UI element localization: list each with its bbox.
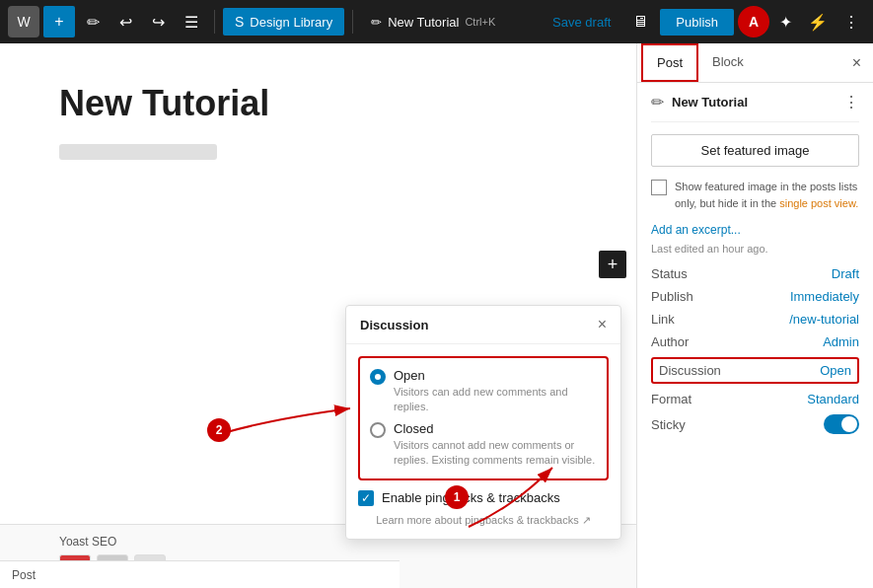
separator-1 <box>214 10 215 34</box>
last-edited: Last edited an hour ago. <box>651 243 859 255</box>
discussion-popup: Discussion × Open Visitors can add new c… <box>345 305 621 540</box>
sticky-label: Sticky <box>651 417 686 432</box>
open-radio[interactable] <box>370 369 386 385</box>
preview-button[interactable]: 🖥 <box>624 7 656 37</box>
plugin-button[interactable]: ⚡ <box>802 7 834 37</box>
design-library-label: Design Library <box>250 15 332 30</box>
ai-button[interactable]: ✦ <box>773 7 798 37</box>
format-value[interactable]: Standard <box>807 392 859 406</box>
editor-area: New Tutorial + Yoast SEO Discussion × <box>0 43 636 588</box>
save-draft-label: Save draft <box>552 15 611 30</box>
list-view-button[interactable]: ☰ <box>177 7 206 37</box>
pingbacks-row: ✓ Enable pingbacks & trackbacks <box>358 490 609 506</box>
learn-more-link[interactable]: Learn more about pingbacks & trackbacks … <box>358 514 609 527</box>
pen-icon: ✏ <box>371 15 382 30</box>
ai-icon: ✦ <box>779 13 792 32</box>
plus-icon: + <box>54 13 63 31</box>
link-label: Link <box>651 312 675 327</box>
publish-label: Publish <box>676 15 718 30</box>
format-row: Format Standard <box>651 392 859 406</box>
add-block-button[interactable]: + <box>599 251 626 278</box>
preview-icon: 🖥 <box>632 13 648 31</box>
discussion-close-button[interactable]: × <box>598 316 607 333</box>
sticky-row: Sticky <box>651 414 859 434</box>
edit-button[interactable]: ✏ <box>79 7 108 37</box>
featured-image-button[interactable]: Set featured image <box>651 134 859 167</box>
author-row: Author Admin <box>651 334 859 349</box>
discussion-title: Discussion <box>360 318 428 332</box>
tab-block[interactable]: Block <box>698 44 758 81</box>
post-icon: ✏ <box>651 93 664 111</box>
radio-inner <box>375 374 381 380</box>
toggle-knob <box>841 416 857 432</box>
undo-icon: ↩ <box>119 13 132 32</box>
add-excerpt-link[interactable]: Add an excerpt... <box>651 223 859 237</box>
post-tab-label: Post <box>657 55 683 70</box>
tab-post[interactable]: Post <box>641 43 698 82</box>
publish-label: Publish <box>651 289 693 304</box>
post-title[interactable]: New Tutorial <box>59 83 577 124</box>
show-featured-row: Show featured image in the posts lists o… <box>651 179 859 211</box>
undo-button[interactable]: ↩ <box>111 7 140 37</box>
pingbacks-checkbox[interactable]: ✓ <box>358 490 374 506</box>
post-name: New Tutorial <box>672 95 836 110</box>
annotation-2: 2 <box>207 418 231 442</box>
publish-row: Publish Immediately <box>651 289 859 304</box>
avatar[interactable]: A <box>738 6 769 37</box>
add-block-toolbar-button[interactable]: + <box>43 6 75 37</box>
close-icon: × <box>598 316 607 332</box>
status-row: Status Draft <box>651 266 859 281</box>
format-label: Format <box>651 392 691 406</box>
link-value[interactable]: /new-tutorial <box>789 312 859 327</box>
show-featured-checkbox[interactable] <box>651 180 667 195</box>
open-label: Open <box>394 368 597 383</box>
discussion-row[interactable]: Discussion Open <box>651 357 859 384</box>
content-placeholder <box>59 144 217 160</box>
new-tutorial-label: New Tutorial <box>388 15 459 30</box>
sidebar-close-button[interactable]: × <box>844 46 869 80</box>
toolbar: W + ✏ ↩ ↪ ☰ S Design Library ✏ New Tutor… <box>0 0 873 43</box>
radio-option-box: Open Visitors can add new comments and r… <box>358 356 609 480</box>
sidebar-tabs: Post Block × <box>637 43 873 83</box>
add-block-icon: + <box>608 255 618 275</box>
open-option[interactable]: Open Visitors can add new comments and r… <box>370 368 597 415</box>
post-menu-button[interactable]: ⋮ <box>843 93 859 111</box>
list-view-icon: ☰ <box>184 13 198 32</box>
status-value[interactable]: Draft <box>832 266 859 281</box>
featured-image-label: Set featured image <box>701 143 810 158</box>
separator-2 <box>352 10 353 34</box>
closed-desc: Visitors cannot add new comments or repl… <box>394 438 597 469</box>
plugin-icon: ⚡ <box>808 13 828 32</box>
options-icon: ⋮ <box>843 13 859 32</box>
new-tutorial-button[interactable]: ✏ New Tutorial Ctrl+K <box>361 9 505 36</box>
redo-button[interactable]: ↪ <box>144 7 173 37</box>
show-featured-text: Show featured image in the posts lists o… <box>675 179 859 211</box>
save-draft-button[interactable]: Save draft <box>543 9 620 36</box>
publish-value[interactable]: Immediately <box>790 289 859 304</box>
sticky-toggle[interactable] <box>824 414 859 434</box>
sidebar-content: ✏ New Tutorial ⋮ Set featured image Show… <box>637 83 873 452</box>
discussion-sidebar-value[interactable]: Open <box>820 363 851 378</box>
status-label: Status <box>651 266 688 281</box>
block-tab-label: Block <box>712 54 744 69</box>
post-status-bar: Post <box>0 560 400 588</box>
main-layout: New Tutorial + Yoast SEO Discussion × <box>0 43 873 588</box>
design-library-button[interactable]: S Design Library <box>223 8 344 36</box>
closed-label: Closed <box>394 421 597 436</box>
discussion-header: Discussion × <box>346 306 620 344</box>
closed-option[interactable]: Closed Visitors cannot add new comments … <box>370 421 597 469</box>
post-status-label: Post <box>12 568 36 582</box>
publish-button[interactable]: Publish <box>660 9 734 36</box>
keyboard-shortcut: Ctrl+K <box>465 16 495 28</box>
open-label-group: Open Visitors can add new comments and r… <box>394 368 597 415</box>
check-icon: ✓ <box>361 491 371 505</box>
closed-radio[interactable] <box>370 422 386 438</box>
design-library-icon: S <box>235 14 244 30</box>
author-value[interactable]: Admin <box>823 334 859 349</box>
avatar-letter: A <box>749 14 759 30</box>
edit-icon: ✏ <box>87 13 100 32</box>
pingbacks-label: Enable pingbacks & trackbacks <box>382 490 560 505</box>
options-button[interactable]: ⋮ <box>837 7 865 37</box>
close-icon: × <box>852 54 861 71</box>
post-info-row: ✏ New Tutorial ⋮ <box>651 93 859 122</box>
